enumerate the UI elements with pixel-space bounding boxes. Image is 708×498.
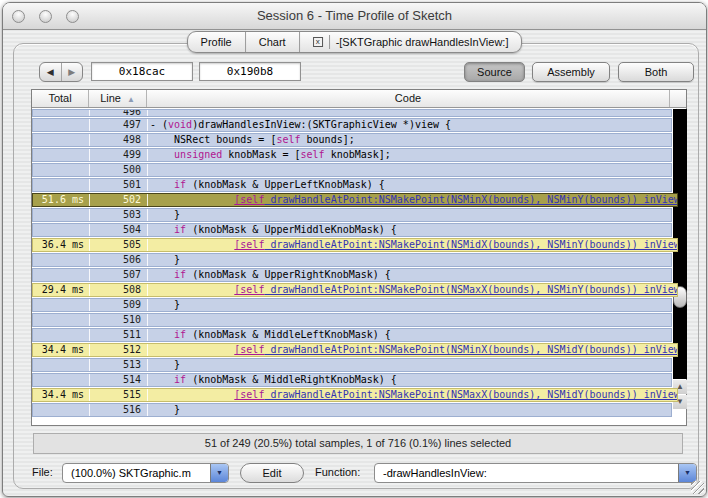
tab-profile[interactable]: Profile — [188, 32, 246, 52]
table-row[interactable]: 511 if (knobMask & MiddleLeftKnobMask) { — [32, 328, 672, 342]
code-cell: } — [148, 359, 671, 371]
table-row[interactable]: 501 if (knobMask & UpperLeftKnobMask) { — [32, 178, 672, 192]
window-title: Session 6 - Time Profile of Sketch — [3, 8, 706, 23]
code-text: if — [174, 329, 186, 340]
table-row[interactable]: 509 } — [32, 298, 672, 312]
column-header-total[interactable]: Total — [32, 90, 89, 107]
tab-label: -[SKTGraphic drawHandlesInView:] — [336, 33, 509, 52]
code-link[interactable]: drawHandleAtPoint:NSMakePoint(NSMinX(bou… — [264, 194, 677, 205]
table-row[interactable]: 496 — [32, 109, 672, 117]
tab-code-browser[interactable]: x -[SKTGraphic drawHandlesInView:] — [300, 32, 522, 52]
total-cell — [33, 254, 90, 266]
code-link[interactable]: drawHandleAtPoint:NSMakePoint(NSMidX(bou… — [264, 239, 677, 250]
address-field-end[interactable] — [199, 62, 301, 81]
total-cell — [33, 404, 90, 416]
line-number-cell: 506 — [90, 254, 148, 266]
file-popup-value: (100.0%) SKTGraphic.m — [71, 467, 191, 479]
function-popup-value: -drawHandlesInView: — [383, 467, 487, 479]
edit-button[interactable]: Edit — [240, 463, 304, 483]
total-cell — [33, 119, 90, 131]
table-row[interactable]: 34.4 ms515 [self drawHandleAtPoint:NSMak… — [32, 388, 678, 402]
column-header-line[interactable]: Line▲ — [89, 90, 147, 107]
file-label: File: — [32, 466, 53, 478]
code-cell: [self drawHandleAtPoint:NSMakePoint(NSMi… — [148, 194, 677, 206]
line-number-cell: 514 — [90, 374, 148, 386]
table-row[interactable]: 513 } — [32, 358, 672, 372]
resize-grip-icon[interactable] — [691, 481, 704, 494]
code-link[interactable]: [self — [234, 344, 264, 355]
total-cell: 51.6 ms — [33, 194, 90, 206]
code-link[interactable]: [self — [234, 389, 264, 400]
code-text: (knobMask & MiddleRightKnobMask) { — [186, 374, 397, 385]
total-cell — [33, 374, 90, 386]
file-popup[interactable]: (100.0%) SKTGraphic.m ▼ — [62, 463, 229, 483]
table-row[interactable]: 498 NSRect bounds = [self bounds]; — [32, 133, 672, 147]
tab-chart[interactable]: Chart — [246, 32, 300, 52]
code-link[interactable]: drawHandleAtPoint:NSMakePoint(NSMaxX(bou… — [264, 389, 677, 400]
column-header-code[interactable]: Code — [147, 90, 670, 107]
code-text — [150, 239, 234, 250]
table-row[interactable]: 516 } — [32, 403, 672, 417]
code-text: if — [174, 179, 186, 190]
both-button[interactable]: Both — [618, 62, 694, 82]
function-popup[interactable]: -drawHandlesInView: ▼ — [374, 463, 697, 483]
address-field-start[interactable] — [91, 62, 193, 81]
code-text: knobMask = [ — [222, 149, 300, 160]
tab-label: Chart — [259, 33, 286, 52]
line-number-cell: 513 — [90, 359, 148, 371]
table-row[interactable]: 507 if (knobMask & UpperRightKnobMask) { — [32, 268, 672, 282]
forward-arrow-icon[interactable]: ▶ — [62, 63, 83, 81]
table-row[interactable]: 51.6 ms502 [self drawHandleAtPoint:NSMak… — [32, 193, 678, 207]
line-number-cell: 496 — [90, 109, 148, 116]
code-link[interactable]: drawHandleAtPoint:NSMakePoint(NSMaxX(bou… — [264, 284, 677, 295]
line-number-cell: 502 — [90, 194, 148, 206]
table-row[interactable]: 29.4 ms508 [self drawHandleAtPoint:NSMak… — [32, 283, 678, 297]
code-cell: if (knobMask & UpperLeftKnobMask) { — [148, 179, 671, 191]
code-text — [150, 149, 174, 160]
column-header-scroll-pad — [670, 90, 686, 107]
total-cell: 34.4 ms — [33, 389, 90, 401]
table-row[interactable]: 36.4 ms505 [self drawHandleAtPoint:NSMak… — [32, 238, 678, 252]
code-link[interactable]: [self — [234, 194, 264, 205]
function-label: Function: — [315, 466, 360, 478]
code-text: void — [168, 119, 192, 130]
table-row[interactable]: 504 if (knobMask & UpperMiddleKnobMask) … — [32, 223, 672, 237]
vertical-scrollbar[interactable]: ▲ ▼ — [673, 109, 687, 418]
table-row[interactable]: 510 — [32, 313, 672, 327]
line-number-cell: 500 — [90, 164, 148, 176]
total-cell: 36.4 ms — [33, 239, 90, 251]
app-window: Session 6 - Time Profile of Sketch Profi… — [2, 2, 707, 497]
code-cell — [148, 164, 671, 176]
table-row[interactable]: 506 } — [32, 253, 672, 267]
source-button[interactable]: Source — [464, 62, 525, 82]
total-cell — [33, 314, 90, 326]
code-cell: [self drawHandleAtPoint:NSMakePoint(NSMa… — [148, 389, 677, 401]
back-arrow-icon[interactable]: ◀ — [40, 63, 62, 81]
line-number-cell: 512 — [90, 344, 148, 356]
code-cell — [148, 314, 671, 326]
code-text: (knobMask & UpperMiddleKnobMask) { — [186, 224, 397, 235]
code-link[interactable]: drawHandleAtPoint:NSMakePoint(NSMinX(bou… — [264, 344, 677, 355]
table-row[interactable]: 503 } — [32, 208, 672, 222]
table-row[interactable]: 499 unsigned knobMask = [self knobMask]; — [32, 148, 672, 162]
line-number-cell: 501 — [90, 179, 148, 191]
line-number-cell: 509 — [90, 299, 148, 311]
total-cell — [33, 224, 90, 236]
table-row[interactable]: 500 — [32, 163, 672, 177]
table-row[interactable]: 497- (void)drawHandlesInView:(SKTGraphic… — [32, 118, 672, 132]
line-number-cell: 497 — [90, 119, 148, 131]
tab-label: Profile — [201, 33, 232, 52]
code-cell: } — [148, 299, 671, 311]
table-row[interactable]: 514 if (knobMask & MiddleRightKnobMask) … — [32, 373, 672, 387]
code-cell — [148, 109, 671, 116]
tab-close-icon[interactable]: x — [313, 37, 323, 47]
code-cell: unsigned knobMask = [self knobMask]; — [148, 149, 671, 161]
title-bar[interactable]: Session 6 - Time Profile of Sketch — [3, 3, 706, 30]
assembly-button[interactable]: Assembly — [532, 62, 610, 82]
code-link[interactable]: [self — [234, 284, 264, 295]
total-cell — [33, 164, 90, 176]
code-cell: [self drawHandleAtPoint:NSMakePoint(NSMa… — [148, 284, 677, 296]
table-row[interactable]: 34.4 ms512 [self drawHandleAtPoint:NSMak… — [32, 343, 678, 357]
code-link[interactable]: [self — [234, 239, 264, 250]
code-text: } — [150, 299, 180, 310]
